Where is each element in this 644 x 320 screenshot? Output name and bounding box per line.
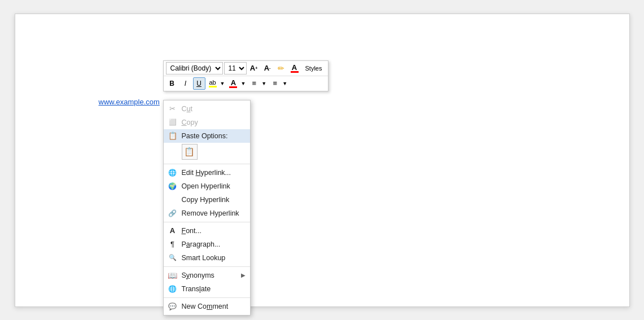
new-comment-label: New Comment: [182, 303, 246, 310]
context-menu-edit-hyperlink[interactable]: 🌐 Edit Hyperlink...: [164, 166, 250, 179]
new-comment-icon: 💬: [168, 302, 177, 311]
context-menu-copy-hyperlink[interactable]: Copy Hyperlink: [164, 193, 250, 207]
separator-3: [164, 266, 250, 267]
context-menu-paragraph[interactable]: ¶ Paragraph...: [164, 238, 250, 251]
synonyms-icon: 📖: [168, 271, 177, 280]
context-menu-paste-options: 📋 Paste Options:: [164, 129, 250, 143]
context-menu-synonyms[interactable]: 📖 Synonyms ▶: [164, 269, 250, 282]
context-menu-copy[interactable]: ⬜ Copy: [164, 116, 250, 129]
font-color-letter-2: A: [231, 79, 236, 86]
open-hyperlink-icon: 🌍: [168, 182, 177, 191]
font-grow-button[interactable]: A+: [248, 62, 260, 74]
paragraph-label: Paragraph...: [182, 240, 246, 248]
font-color-letter: A: [292, 64, 297, 71]
paste-icon-button[interactable]: 📋: [182, 144, 198, 160]
underline-button[interactable]: U: [193, 77, 205, 90]
translate-icon: 🌐: [168, 284, 177, 293]
synonyms-label: Synonyms: [182, 271, 236, 279]
separator-4: [164, 297, 250, 298]
styles-button[interactable]: Styles: [302, 62, 326, 74]
context-menu: ✂ Cut ⬜ Copy 📋 Paste Options: 📋 🌐 Edit H…: [163, 100, 251, 315]
edit-hyperlink-label: Edit Hyperlink...: [182, 169, 246, 177]
font-size-selector[interactable]: 11: [224, 62, 247, 74]
font-color-bar: [291, 71, 299, 73]
font-color-button-2[interactable]: A: [227, 77, 239, 90]
separator-1: [164, 164, 250, 164]
cut-icon: ✂: [168, 104, 177, 113]
toolbar-dropdown-arrow-numbering[interactable]: ▼: [282, 81, 287, 86]
paste-options-icon: 📋: [168, 131, 177, 141]
context-menu-remove-hyperlink[interactable]: 🔗 Remove Hyperlink: [164, 207, 250, 220]
paragraph-icon: ¶: [168, 240, 177, 249]
edit-hyperlink-icon: 🌐: [168, 168, 177, 177]
font-color-bar-2: [229, 86, 237, 88]
copy-icon: ⬜: [168, 118, 177, 127]
toolbar-row-1: Calibri (Body) 11 A+ A- ✏ A Styles: [164, 61, 328, 76]
font-name-selector[interactable]: Calibri (Body): [166, 62, 223, 74]
paste-options-label: Paste Options:: [182, 132, 246, 140]
context-menu-smart-lookup[interactable]: 🔍 Smart Lookup: [164, 251, 250, 265]
italic-button[interactable]: I: [179, 77, 192, 90]
format-painter-button[interactable]: ✏: [275, 62, 287, 74]
cut-label: Cut: [182, 105, 246, 113]
hyperlink-text[interactable]: www.example.com: [99, 98, 160, 106]
smart-lookup-icon: 🔍: [168, 253, 177, 262]
smart-lookup-label: Smart Lookup: [182, 254, 246, 262]
translate-label: Translate: [182, 285, 246, 293]
font-shrink-button[interactable]: A-: [261, 62, 274, 74]
mini-toolbar: Calibri (Body) 11 A+ A- ✏ A Styles B I U…: [163, 60, 328, 91]
separator-2: [164, 222, 250, 222]
context-menu-open-hyperlink[interactable]: 🌍 Open Hyperlink: [164, 179, 250, 193]
copy-hyperlink-label: Copy Hyperlink: [182, 196, 246, 204]
toolbar-row-2: B I U ab ▼ A ▼ ≡ ▼ ≡ ▼: [164, 76, 328, 91]
font-icon: A: [168, 226, 177, 235]
bold-button[interactable]: B: [166, 77, 178, 90]
highlight-icon: ab: [209, 79, 216, 86]
toolbar-dropdown-arrow-fontcolor[interactable]: ▼: [240, 81, 246, 86]
copy-label: Copy: [182, 119, 246, 126]
synonyms-arrow: ▶: [241, 272, 246, 278]
toolbar-dropdown-arrow-highlight[interactable]: ▼: [220, 81, 225, 86]
numbering-button[interactable]: ≡: [269, 77, 281, 90]
remove-hyperlink-label: Remove Hyperlink: [182, 209, 246, 217]
context-menu-cut[interactable]: ✂ Cut: [164, 102, 250, 116]
toolbar-dropdown-arrow-bullets[interactable]: ▼: [261, 81, 266, 86]
bullets-button[interactable]: ≡: [248, 77, 260, 90]
context-menu-new-comment[interactable]: 💬 New Comment: [164, 300, 250, 313]
context-menu-font[interactable]: A Font...: [164, 224, 250, 238]
remove-hyperlink-icon: 🔗: [168, 209, 177, 218]
highlight-color-button[interactable]: ab: [207, 77, 219, 90]
font-color-button[interactable]: A: [288, 62, 301, 74]
document-window: Calibri (Body) 11 A+ A- ✏ A Styles B I U…: [15, 14, 630, 307]
font-label: Font...: [182, 227, 246, 235]
copy-hyperlink-icon: [168, 195, 177, 204]
highlight-bar: [209, 86, 217, 87]
context-menu-translate[interactable]: 🌐 Translate: [164, 282, 250, 296]
open-hyperlink-label: Open Hyperlink: [182, 182, 246, 190]
paste-options-icons: 📋: [164, 143, 250, 162]
